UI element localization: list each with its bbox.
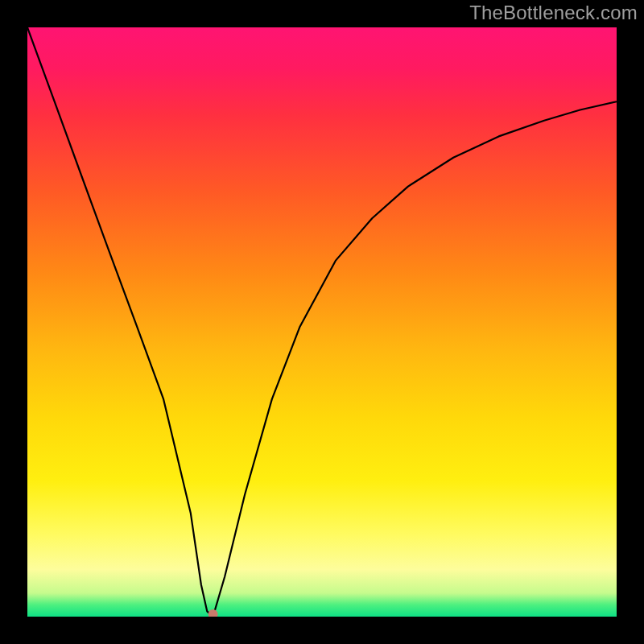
bottleneck-curve: [27, 27, 617, 617]
minimum-marker: [208, 609, 218, 617]
curve-layer: [27, 27, 617, 617]
attribution-text: TheBottleneck.com: [469, 2, 638, 24]
plot-area: [27, 27, 617, 617]
chart-frame: TheBottleneck.com: [0, 0, 644, 644]
